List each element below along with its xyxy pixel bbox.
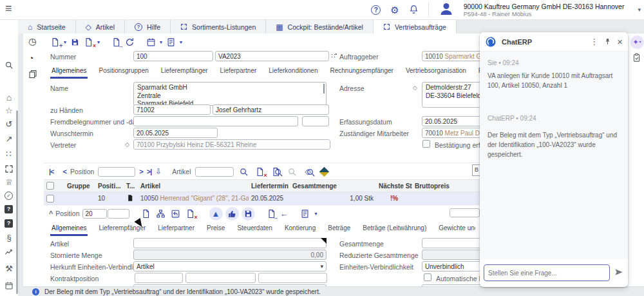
tab-allgemeines[interactable]: Allgemeines xyxy=(50,65,88,79)
assortment-icon[interactable] xyxy=(318,165,330,178)
delete-dropdown[interactable]: ▾ xyxy=(97,39,100,45)
dtab-betraege-leitwaehrung[interactable]: Beträge (Leitwährung) xyxy=(361,222,428,236)
first-position-button[interactable]: |< xyxy=(49,168,54,175)
fremdbeleg-nr-input[interactable] xyxy=(133,116,298,126)
pin-icon[interactable] xyxy=(603,37,612,46)
name-textarea[interactable]: Sparmarkt GmbH Zentrale Sparmarkt Bielef… xyxy=(133,82,327,106)
col-gruppe[interactable]: Gruppe xyxy=(64,183,95,190)
delete-position-detail-button[interactable]: × xyxy=(184,207,196,220)
last-position-button[interactable]: >| xyxy=(147,168,152,175)
col-position[interactable]: Positi... xyxy=(95,183,124,190)
new-document-button[interactable]: + xyxy=(49,35,61,48)
sidebar-scrollbar[interactable] xyxy=(16,110,18,294)
copy-document-button[interactable]: → xyxy=(110,35,122,48)
tab-positionsgruppen[interactable]: Positionsgruppen xyxy=(97,65,149,79)
tab-sortiments-listungen[interactable]: Sortiments-Listungen xyxy=(171,20,266,34)
jump-to-icon[interactable]: ↗ xyxy=(4,134,14,144)
kebab-menu-icon[interactable]: ⋮ xyxy=(590,37,598,46)
apps-grid-icon[interactable]: ∷ xyxy=(4,149,14,159)
pages-copy-icon[interactable] xyxy=(28,70,38,79)
col-naechste-staffel[interactable]: Nächste Staffel xyxy=(376,183,412,190)
pie-status-icon[interactable]: ◔ xyxy=(28,53,33,63)
kontrakt-input-1[interactable] xyxy=(135,273,183,283)
crown-icon[interactable]: ♕ xyxy=(4,177,14,188)
home-icon[interactable]: ⌂ xyxy=(4,92,14,103)
avatar[interactable] xyxy=(439,1,454,18)
textarea-scrollbar[interactable] xyxy=(323,84,325,94)
structure-button[interactable] xyxy=(155,207,167,220)
down-arrow-icon[interactable]: ⇩ xyxy=(155,167,162,176)
zu-haenden-name-input[interactable] xyxy=(213,104,329,115)
idea-check-icon[interactable]: ✓ xyxy=(5,192,13,200)
calendar-dropdown[interactable]: ▾ xyxy=(160,39,162,45)
detail-artikel-input[interactable] xyxy=(133,238,327,248)
dtab-allgemeines[interactable]: Allgemeines xyxy=(50,222,88,236)
col-typ[interactable]: T... xyxy=(124,183,138,190)
col-bruttopreis[interactable]: Bruttopreis xyxy=(412,183,451,190)
herkunft-select[interactable]: Artikel▾ xyxy=(133,261,327,271)
warning-toggle-icon[interactable]: ▲ xyxy=(209,207,223,221)
nummer-input[interactable] xyxy=(133,51,213,61)
settings-icon[interactable]: ⚙ xyxy=(390,5,399,15)
select-all-checkbox[interactable] xyxy=(46,182,54,190)
recent-clock-icon[interactable]: ◷ xyxy=(28,36,36,46)
report-button[interactable] xyxy=(165,35,177,48)
dtab-gewichte-volumen[interactable]: Gewichte und Volumen xyxy=(437,222,475,236)
tab-artikel[interactable]: ◇Artikel xyxy=(76,20,125,34)
dtab-kontierung[interactable]: Kontierung xyxy=(283,222,317,236)
vertreter-field[interactable]: 70100 Przybylski Heinz DE-56321 Rheine xyxy=(133,139,330,150)
search-artikel-button[interactable] xyxy=(238,165,250,178)
paragraph-icon[interactable]: § xyxy=(4,233,14,243)
dtab-steuerdaten[interactable]: Steuerdaten xyxy=(236,222,274,236)
approve-thumbs-up-button[interactable] xyxy=(225,207,239,221)
number-range-icon[interactable]: ∷• xyxy=(331,52,337,59)
next-position-button[interactable]: > xyxy=(139,168,142,175)
save-button[interactable] xyxy=(69,35,81,48)
tab-startseite[interactable]: ⌂Startseite xyxy=(18,20,76,34)
dtab-lieferpartner[interactable]: Lieferpartner xyxy=(156,222,196,236)
col-liefertermin[interactable]: Liefertermin xyxy=(249,183,290,190)
expand-windows-icon[interactable] xyxy=(4,164,14,174)
search-icon[interactable] xyxy=(4,60,14,70)
search-position-button[interactable] xyxy=(270,165,282,178)
save-position-button[interactable] xyxy=(242,207,255,221)
col-gesamtmenge[interactable]: Gesamtmenge xyxy=(290,183,376,190)
menu-icon[interactable]: ≡ xyxy=(5,2,12,15)
dtab-preise[interactable]: Preise xyxy=(205,222,226,236)
trend-chart-icon[interactable] xyxy=(4,247,14,257)
tab-vertriebsauftraege[interactable]: Vertriebsaufträge xyxy=(374,20,457,34)
diamond-search-button[interactable]: ◇ xyxy=(302,165,314,178)
col-artikel[interactable]: Artikel xyxy=(138,183,249,190)
new-document-dropdown[interactable]: ▾ xyxy=(64,39,66,45)
collapse-chevron-icon[interactable]: ^ xyxy=(49,210,53,217)
delete-document-button[interactable]: × xyxy=(82,35,95,48)
dtab-betraege[interactable]: Beträge xyxy=(327,222,352,236)
auto-kontrakt-checkbox[interactable] xyxy=(424,273,431,281)
help-icon[interactable]: ? xyxy=(371,5,381,15)
clipboard-icon[interactable] xyxy=(632,53,642,63)
cut-button[interactable]: B xyxy=(472,164,480,176)
prev-position-button[interactable]: < xyxy=(63,168,66,175)
detail-side-input[interactable] xyxy=(450,208,480,217)
tab-hilfe[interactable]: ?Hilfe xyxy=(125,20,171,34)
notifications-icon[interactable] xyxy=(409,5,419,15)
refresh-button[interactable] xyxy=(124,35,136,48)
value-help-diamond-icon[interactable]: ◇ xyxy=(125,141,129,148)
auftragsart-input[interactable] xyxy=(215,51,329,61)
tab-rechnungsempfaenger[interactable]: Rechnungsempfänger xyxy=(328,65,394,79)
revert-button[interactable] xyxy=(169,207,182,220)
bestaetigung-checkbox[interactable] xyxy=(422,140,430,148)
position-nav-input[interactable] xyxy=(98,167,135,177)
tab-lieferempfaenger[interactable]: Lieferempfänger xyxy=(160,65,209,79)
position-detail-sub-input[interactable] xyxy=(108,209,129,219)
help-square-icon[interactable]: ? xyxy=(5,205,13,213)
artikel-nav-input[interactable] xyxy=(195,167,234,177)
close-icon[interactable]: × xyxy=(617,37,623,46)
tab-lieferpartner[interactable]: Lieferpartner xyxy=(219,65,258,79)
return-arrow-icon[interactable]: ← xyxy=(280,209,289,219)
auction-hammer-icon[interactable]: ⚒ xyxy=(4,264,14,274)
help-square-icon-2[interactable]: ? xyxy=(5,219,13,228)
copy-position-button[interactable]: → xyxy=(265,207,278,220)
zu-haenden-nr-input[interactable] xyxy=(133,104,211,115)
delete-position-button[interactable]: × xyxy=(254,165,266,178)
